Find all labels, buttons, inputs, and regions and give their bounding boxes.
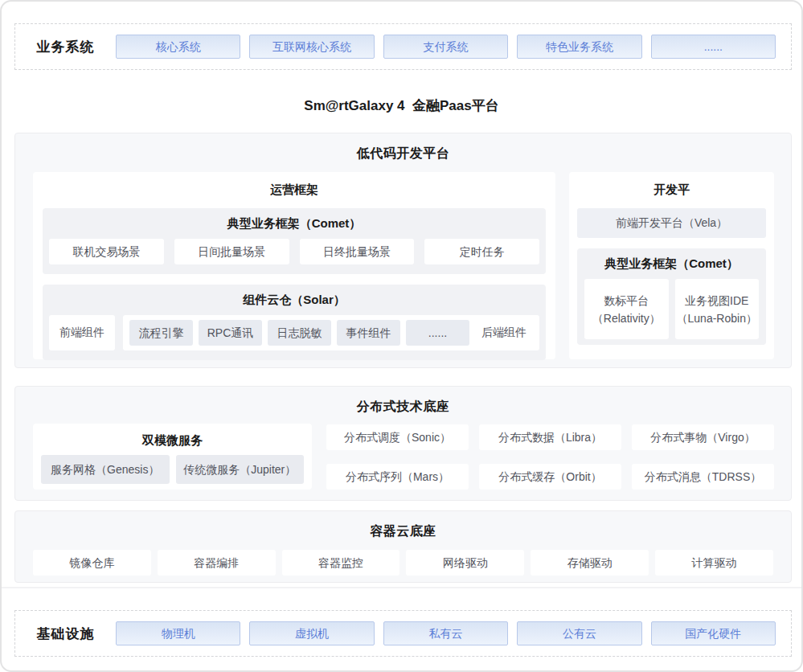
business-systems-row: 业务系统 核心系统 互联网核心系统 支付系统 特色业务系统 ...... <box>14 23 792 70</box>
microservice-chip-row: 服务网格（Genesis） 传统微服务（Jupiter） <box>41 455 304 484</box>
vela-frontend-platform-card: 前端开发平台（Vela） <box>577 208 766 238</box>
solar-component-panel: 组件云仓（Solar） 前端组件 流程引擎 RPC通讯 日志脱敏 事件组件 ..… <box>43 285 546 360</box>
dev-tool-name: 业务视图IDE <box>685 292 748 309</box>
frontend-component-card: 前端组件 <box>49 315 115 350</box>
dev-tool-card: 数标平台 （Relativity） <box>584 279 669 339</box>
operation-framework-panel: 运营框架 典型业务框架（Comet） 联机交易场景 日间批量场景 日终批量场景 … <box>33 172 555 359</box>
business-system-button: 特色业务系统 <box>517 35 641 59</box>
container-capability-card: 容器监控 <box>282 550 400 576</box>
distributed-columns: 双模微服务 服务网格（Genesis） 传统微服务（Jupiter） 分布式调度… <box>33 424 774 490</box>
solar-component-title: 组件云仓（Solar） <box>49 285 539 315</box>
business-system-button: 互联网核心系统 <box>249 35 374 59</box>
dev-tool-card: 业务视图IDE （Luna-Robin） <box>675 279 760 339</box>
infrastructure-label: 基础设施 <box>15 625 116 643</box>
business-system-button: ...... <box>651 35 776 59</box>
component-chip: 日志脱敏 <box>268 320 331 346</box>
component-chip: 流程引擎 <box>129 320 193 346</box>
business-systems-label: 业务系统 <box>15 38 116 56</box>
dev-tool-codename: （Luna-Robin） <box>677 309 757 327</box>
infrastructure-button-row: 物理机 虚拟机 私有云 公有云 国产化硬件 <box>116 621 776 645</box>
microservice-chip: 传统微服务（Jupiter） <box>176 455 305 484</box>
distributed-service-card: 分布式序列（Mars） <box>326 464 469 490</box>
business-system-button: 支付系统 <box>383 35 508 59</box>
component-chip: RPC通讯 <box>199 320 262 346</box>
lowcode-platform-title: 低代码开发平台 <box>15 133 791 162</box>
scenario-card: 定时任务 <box>424 239 539 264</box>
distributed-service-card: 分布式消息（TDRSS） <box>632 464 774 490</box>
backend-component-label: 后端组件 <box>475 326 533 340</box>
distributed-service-card: 分布式事物（Virgo） <box>632 424 774 450</box>
microservice-chip: 服务网格（Genesis） <box>41 455 170 484</box>
dev-platform-panel: 开发平 前端开发平台（Vela） 典型业务框架（Comet） 数标平台 （Rel… <box>569 172 774 359</box>
container-capability-card: 容器编排 <box>158 550 276 576</box>
distributed-base-section: 分布式技术底座 双模微服务 服务网格（Genesis） 传统微服务（Jupite… <box>14 386 792 501</box>
container-cloud-section: 容器云底座 镜像仓库 容器编排 容器监控 网络驱动 存储驱动 计算驱动 <box>14 510 792 583</box>
dev-tool-row: 数标平台 （Relativity） 业务视图IDE （Luna-Robin） <box>584 279 759 339</box>
infrastructure-row: 基础设施 物理机 虚拟机 私有云 公有云 国产化硬件 <box>14 610 792 657</box>
dev-platform-title: 开发平 <box>569 172 774 198</box>
scenario-card: 联机交易场景 <box>49 239 164 264</box>
infrastructure-button: 国产化硬件 <box>651 621 776 645</box>
distributed-base-title: 分布式技术底座 <box>15 387 791 416</box>
distributed-service-card: 分布式数据（Libra） <box>479 424 621 450</box>
business-system-button: 核心系统 <box>116 35 240 59</box>
solar-component-row: 前端组件 流程引擎 RPC通讯 日志脱敏 事件组件 ...... 后端组件 <box>49 315 539 350</box>
distributed-service-card: 分布式缓存（Orbit） <box>479 464 621 490</box>
component-chip: 事件组件 <box>337 320 400 346</box>
dual-mode-title: 双模微服务 <box>33 424 312 449</box>
scenario-card: 日间批量场景 <box>174 239 289 264</box>
dev-tool-name: 数标平台 <box>604 292 649 309</box>
dual-mode-microservice-panel: 双模微服务 服务网格（Genesis） 传统微服务（Jupiter） <box>33 424 312 490</box>
container-capability-row: 镜像仓库 容器编排 容器监控 网络驱动 存储驱动 计算驱动 <box>33 550 773 576</box>
dev-tool-codename: （Relativity） <box>592 309 661 327</box>
container-capability-card: 存储驱动 <box>531 550 649 576</box>
distributed-service-card: 分布式调度（Sonic） <box>326 424 469 450</box>
architecture-diagram: 业务系统 核心系统 互联网核心系统 支付系统 特色业务系统 ...... Sm@… <box>0 0 803 672</box>
comet-scenario-row: 联机交易场景 日间批量场景 日终批量场景 定时任务 <box>49 239 539 264</box>
dev-comet-title: 典型业务框架（Comet） <box>584 248 759 279</box>
lowcode-columns: 运营框架 典型业务框架（Comet） 联机交易场景 日间批量场景 日终批量场景 … <box>33 172 774 359</box>
infrastructure-button: 虚拟机 <box>249 621 374 645</box>
container-cloud-title: 容器云底座 <box>15 511 791 540</box>
operation-framework-title: 运营框架 <box>33 172 555 198</box>
distributed-service-grid: 分布式调度（Sonic） 分布式数据（Libra） 分布式事物（Virgo） 分… <box>326 424 774 490</box>
section-divider <box>2 587 801 588</box>
component-chip-strip: 流程引擎 RPC通讯 日志脱敏 事件组件 ...... 后端组件 <box>123 315 539 350</box>
infrastructure-button: 私有云 <box>383 621 508 645</box>
dev-comet-panel: 典型业务框架（Comet） 数标平台 （Relativity） 业务视图IDE … <box>577 248 766 345</box>
infrastructure-button: 公有云 <box>517 621 641 645</box>
component-chip: ...... <box>406 320 469 346</box>
comet-framework-panel: 典型业务框架（Comet） 联机交易场景 日间批量场景 日终批量场景 定时任务 <box>43 208 546 274</box>
platform-title: Sm@rtGalaxy 4 金融Paas平台 <box>2 96 801 115</box>
scenario-card: 日终批量场景 <box>300 239 415 264</box>
infrastructure-button: 物理机 <box>116 621 240 645</box>
container-capability-card: 镜像仓库 <box>33 550 151 576</box>
business-systems-button-row: 核心系统 互联网核心系统 支付系统 特色业务系统 ...... <box>116 35 776 59</box>
container-capability-card: 计算驱动 <box>655 550 773 576</box>
lowcode-platform-section: 低代码开发平台 运营框架 典型业务框架（Comet） 联机交易场景 日间批量场景… <box>14 133 792 368</box>
container-capability-card: 网络驱动 <box>406 550 524 576</box>
comet-framework-title: 典型业务框架（Comet） <box>49 208 539 239</box>
